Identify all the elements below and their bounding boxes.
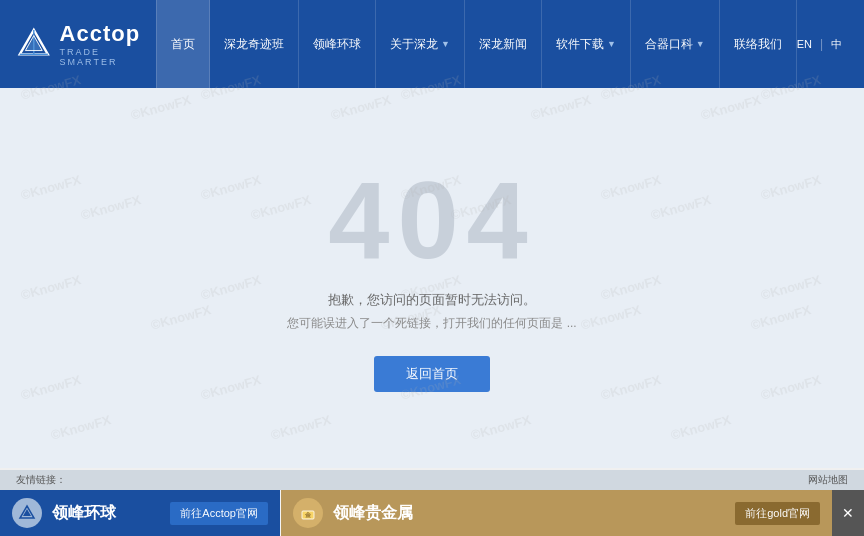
error-message-2: 您可能误进入了一个死链接，打开我们的任何页面是 ... [287, 315, 576, 332]
nav-item-2[interactable]: 领峰环球 [299, 0, 376, 88]
logo-name: Acctop [60, 21, 156, 47]
bottom-left-panel: 领峰环球 前往Acctop官网 [0, 490, 280, 536]
close-icon: ✕ [842, 505, 854, 521]
chevron-down-icon: ▼ [441, 39, 450, 49]
chevron-down-icon-3: ▼ [696, 39, 705, 49]
svg-marker-3 [25, 36, 42, 51]
logo-text: Acctop TRADE SMARTER [60, 21, 156, 67]
footer-links: 友情链接： 网站地图 [0, 470, 864, 490]
footer-left: 友情链接： [16, 473, 66, 487]
nav-item-1[interactable]: 深龙奇迹班 [210, 0, 299, 88]
logo-icon [16, 25, 52, 63]
chevron-down-icon-2: ▼ [607, 39, 616, 49]
bottom-right-title: 领峰贵金属 [333, 503, 413, 524]
close-bottom-bar-button[interactable]: ✕ [832, 490, 864, 536]
nav-item-3[interactable]: 关于深龙 ▼ [376, 0, 465, 88]
footer-right: 网站地图 [808, 473, 848, 487]
bottom-right-panel: 金 领峰贵金属 前往gold官网 [281, 490, 832, 536]
svg-text:金: 金 [304, 511, 312, 518]
main-content: 404 抱歉，您访问的页面暂时无法访问。 您可能误进入了一个死链接，打开我们的任… [0, 88, 864, 468]
gold-site-btn[interactable]: 前往gold官网 [735, 502, 820, 525]
lang-en-btn[interactable]: EN [797, 38, 812, 50]
nav-item-5[interactable]: 软件下载 ▼ [542, 0, 631, 88]
error-code: 404 [328, 165, 536, 275]
lingfeng-gold-icon: 金 [293, 498, 323, 528]
nav-item-6[interactable]: 合器口科 ▼ [631, 0, 720, 88]
nav-item-4[interactable]: 深龙新闻 [465, 0, 542, 88]
header-right: EN | 中 [797, 37, 857, 52]
main-nav: 首页 深龙奇迹班 领峰环球 关于深龙 ▼ 深龙新闻 软件下载 ▼ 合器口科 ▼ … [156, 0, 797, 88]
nav-home[interactable]: 首页 [156, 0, 210, 88]
acctop-site-btn[interactable]: 前往Acctop官网 [170, 502, 268, 525]
nav-item-7[interactable]: 联络我们 [720, 0, 797, 88]
lang-cn-btn[interactable]: 中 [831, 37, 842, 52]
bottom-left-title: 领峰环球 [52, 503, 116, 524]
logo-tagline: TRADE SMARTER [60, 47, 156, 67]
error-message-1: 抱歉，您访问的页面暂时无法访问。 [328, 291, 536, 309]
lingfeng-icon [12, 498, 42, 528]
back-home-button[interactable]: 返回首页 [374, 356, 490, 392]
logo-area: Acctop TRADE SMARTER [16, 21, 156, 67]
header: Acctop TRADE SMARTER 首页 深龙奇迹班 领峰环球 关于深龙 … [0, 0, 864, 88]
bottom-bar: 领峰环球 前往Acctop官网 金 领峰贵金属 前往gold官网 ✕ [0, 490, 864, 536]
